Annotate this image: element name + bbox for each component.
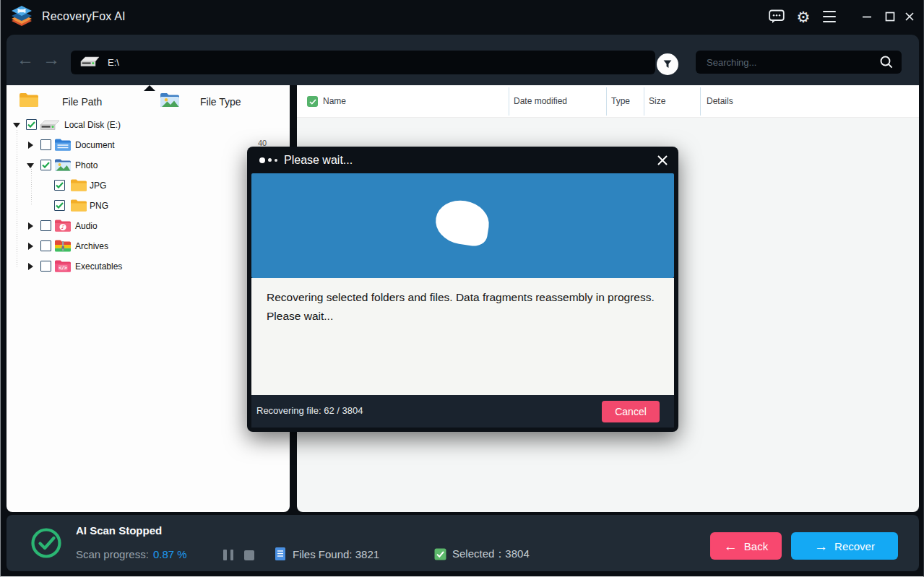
file-icon	[274, 547, 287, 561]
tree-item-label: Archives	[75, 241, 108, 251]
feedback-chat-icon[interactable]	[767, 7, 786, 26]
expand-icon[interactable]	[28, 263, 33, 270]
pause-button[interactable]	[223, 550, 235, 560]
folder-icon	[70, 178, 87, 195]
dialog-title: Please wait...	[284, 154, 353, 167]
collapse-icon[interactable]	[13, 123, 20, 128]
document-folder-icon	[54, 137, 72, 155]
collapse-icon[interactable]	[27, 163, 34, 168]
files-found-text: Files Found: 3821	[293, 548, 379, 560]
selected-group: Selected：3804	[434, 547, 530, 561]
funnel-icon	[661, 58, 674, 71]
tree-item-label: Local Disk (E:)	[64, 120, 121, 130]
dialog-message-line2: Please wait...	[267, 307, 660, 326]
checkbox-checked[interactable]	[40, 160, 51, 170]
photo-folder-icon	[54, 157, 72, 175]
checkbox-unchecked[interactable]	[40, 139, 51, 150]
loading-blob-icon	[433, 197, 492, 248]
tree-item-label: Audio	[75, 221, 98, 231]
checkbox-unchecked[interactable]	[40, 220, 51, 231]
tab-label: File Type	[200, 96, 241, 108]
column-header-date-modified[interactable]: Date modified	[514, 96, 567, 106]
filter-button[interactable]	[657, 53, 678, 75]
audio-folder-icon: ♪	[54, 218, 72, 235]
tab-label: File Path	[62, 96, 102, 108]
tab-indicator	[144, 85, 155, 91]
svg-text:♪: ♪	[61, 224, 64, 230]
app-logo-icon	[9, 4, 34, 30]
drive-icon	[39, 117, 61, 135]
dialog-close-icon[interactable]	[656, 154, 669, 167]
file-list-header: Name Date modified Type Size Details	[297, 85, 919, 118]
back-button-label: Back	[744, 540, 768, 552]
column-divider	[509, 87, 509, 116]
scan-progress-value: 0.87 %	[153, 548, 187, 560]
checkbox-unchecked[interactable]	[40, 261, 51, 272]
selected-checkbox-icon	[434, 548, 446, 560]
column-header-name[interactable]: Name	[323, 96, 346, 106]
maximize-button[interactable]	[881, 7, 899, 26]
app-window: RecoveryFox AI ⚙ ← →	[0, 0, 924, 577]
back-button[interactable]: ← Back	[710, 532, 782, 560]
tree-item-label: JPG	[90, 181, 106, 191]
recover-button-label: Recover	[834, 540, 875, 552]
search-field	[696, 51, 902, 74]
cancel-button[interactable]: Cancel	[602, 401, 660, 422]
app-title: RecoveryFox AI	[42, 10, 126, 23]
files-found-group: Files Found: 3821	[274, 547, 379, 561]
executables-folder-icon: </>	[54, 259, 72, 276]
expand-icon[interactable]	[28, 142, 33, 149]
minimize-button[interactable]	[858, 7, 876, 26]
tab-file-path[interactable]: File Path	[19, 85, 102, 118]
nav-forward-icon[interactable]: →	[43, 51, 60, 68]
checkbox-unchecked[interactable]	[40, 240, 51, 251]
tab-file-type[interactable]: File Type	[160, 85, 241, 118]
dialog-titlebar: Please wait...	[247, 147, 678, 173]
checkbox-checked[interactable]	[54, 180, 65, 191]
checkbox-checked[interactable]	[26, 119, 37, 130]
loading-dots-icon	[259, 157, 277, 163]
please-wait-dialog: Please wait... Recovering selected folde…	[247, 147, 678, 432]
tree-item-label: PNG	[90, 201, 108, 211]
scan-progress-text: Scan progress:0.87 %	[76, 548, 187, 560]
selected-text: Selected：3804	[452, 547, 530, 561]
checkbox-checked[interactable]	[54, 200, 65, 211]
svg-text:</>: </>	[59, 265, 67, 271]
image-folder-icon	[160, 92, 180, 111]
tree-item-label: Photo	[75, 160, 98, 170]
folder-icon	[19, 92, 39, 111]
column-divider	[644, 87, 644, 116]
statusbar: AI Scan Stopped Scan progress:0.87 % Fil…	[7, 515, 919, 571]
column-header-size[interactable]: Size	[649, 96, 665, 106]
dialog-message-line1: Recovering selected folders and files. D…	[267, 288, 660, 307]
close-button[interactable]	[900, 7, 919, 26]
stop-button[interactable]	[244, 550, 254, 560]
select-all-checkbox[interactable]	[307, 96, 318, 107]
scan-progress-label: Scan progress:	[76, 548, 149, 560]
expand-icon[interactable]	[28, 222, 33, 230]
cancel-button-label: Cancel	[615, 406, 647, 417]
search-input[interactable]	[696, 51, 902, 74]
expand-icon[interactable]	[28, 243, 33, 250]
column-header-type[interactable]: Type	[611, 96, 630, 106]
recovering-progress-text: Recovering file: 62 / 3804	[256, 405, 363, 416]
column-divider	[700, 87, 701, 116]
column-header-details[interactable]: Details	[707, 96, 733, 106]
scan-status-check-icon	[30, 526, 63, 563]
dialog-message: Recovering selected folders and files. D…	[267, 288, 660, 326]
dialog-banner	[251, 173, 674, 278]
arrow-left-icon: ←	[724, 539, 738, 553]
dialog-footer: Recovering file: 62 / 3804 Cancel	[251, 395, 674, 428]
toolbar: ← → E:\	[7, 35, 919, 85]
recover-button[interactable]: → Recover	[791, 532, 898, 560]
menu-hamburger-icon[interactable]	[820, 7, 839, 26]
archive-folder-icon	[54, 238, 72, 256]
path-field[interactable]: E:\	[71, 51, 655, 74]
nav-back-icon[interactable]: ←	[17, 51, 34, 68]
tree-item-label: Document	[75, 140, 115, 150]
tree-item-local-disk[interactable]: Local Disk (E:)	[7, 116, 290, 134]
tree-item-label: Executables	[75, 261, 122, 272]
search-icon[interactable]	[878, 54, 894, 73]
arrow-right-icon: →	[814, 539, 828, 553]
settings-gear-icon[interactable]: ⚙	[794, 7, 813, 26]
